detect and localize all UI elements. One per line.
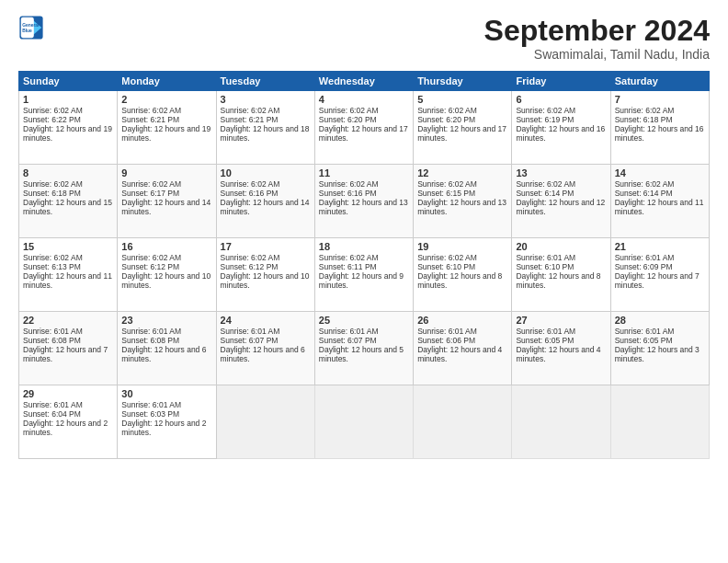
sunset-text: Sunset: 6:12 PM [121, 262, 179, 271]
sunset-text: Sunset: 6:14 PM [615, 189, 673, 198]
sunrise-text: Sunrise: 6:01 AM [516, 327, 575, 336]
calendar-row: 1Sunrise: 6:02 AMSunset: 6:22 PMDaylight… [19, 91, 710, 165]
table-row: 26Sunrise: 6:01 AMSunset: 6:06 PMDayligh… [414, 312, 512, 385]
sunrise-text: Sunrise: 6:02 AM [516, 179, 575, 189]
sunrise-text: Sunrise: 6:02 AM [417, 106, 477, 115]
daylight-text: Daylight: 12 hours and 14 minutes. [221, 198, 310, 216]
daylight-text: Daylight: 12 hours and 17 minutes. [417, 124, 506, 143]
table-row: 3Sunrise: 6:02 AMSunset: 6:21 PMDaylight… [216, 91, 314, 165]
sunrise-text: Sunrise: 6:01 AM [516, 253, 575, 262]
day-number: 20 [516, 241, 606, 252]
sunset-text: Sunset: 6:13 PM [23, 262, 81, 271]
sunset-text: Sunset: 6:06 PM [417, 336, 475, 345]
table-row: 23Sunrise: 6:01 AMSunset: 6:08 PMDayligh… [118, 312, 216, 385]
table-row: 28Sunrise: 6:01 AMSunset: 6:05 PMDayligh… [610, 312, 709, 385]
daylight-text: Daylight: 12 hours and 11 minutes. [23, 271, 112, 290]
logo-icon: General Blue [18, 15, 44, 40]
sunrise-text: Sunrise: 6:01 AM [615, 327, 675, 336]
sunrise-text: Sunrise: 6:01 AM [319, 327, 379, 336]
table-row: 27Sunrise: 6:01 AMSunset: 6:05 PMDayligh… [512, 312, 610, 385]
day-number: 1 [23, 94, 113, 105]
col-monday: Monday [118, 72, 216, 91]
day-number: 11 [319, 167, 409, 178]
day-number: 9 [121, 167, 211, 178]
sunrise-text: Sunrise: 6:02 AM [23, 253, 83, 262]
day-number: 26 [417, 315, 507, 326]
daylight-text: Daylight: 12 hours and 5 minutes. [319, 345, 404, 363]
daylight-text: Daylight: 12 hours and 8 minutes. [516, 271, 600, 290]
daylight-text: Daylight: 12 hours and 7 minutes. [23, 345, 108, 363]
sunrise-text: Sunrise: 6:02 AM [319, 179, 379, 189]
day-number: 28 [615, 315, 705, 326]
table-row: 24Sunrise: 6:01 AMSunset: 6:07 PMDayligh… [216, 312, 314, 385]
table-row: 18Sunrise: 6:02 AMSunset: 6:11 PMDayligh… [314, 238, 413, 312]
table-row: 13Sunrise: 6:02 AMSunset: 6:14 PMDayligh… [512, 165, 610, 238]
svg-text:General: General [22, 23, 40, 28]
day-number: 3 [221, 94, 311, 105]
day-number: 15 [23, 241, 113, 252]
sunrise-text: Sunrise: 6:02 AM [221, 179, 280, 189]
calendar-row: 22Sunrise: 6:01 AMSunset: 6:08 PMDayligh… [19, 312, 710, 385]
sunset-text: Sunset: 6:15 PM [417, 189, 475, 198]
sunset-text: Sunset: 6:12 PM [221, 262, 279, 271]
table-row: 17Sunrise: 6:02 AMSunset: 6:12 PMDayligh… [216, 238, 314, 312]
sunrise-text: Sunrise: 6:01 AM [417, 327, 477, 336]
day-number: 14 [615, 167, 705, 178]
sunset-text: Sunset: 6:20 PM [417, 115, 475, 124]
table-row [610, 385, 709, 459]
table-row [314, 385, 413, 459]
sunrise-text: Sunrise: 6:02 AM [221, 253, 280, 262]
sunset-text: Sunset: 6:05 PM [516, 336, 574, 345]
daylight-text: Daylight: 12 hours and 2 minutes. [23, 419, 108, 437]
daylight-text: Daylight: 12 hours and 6 minutes. [121, 345, 206, 363]
sunset-text: Sunset: 6:18 PM [615, 115, 673, 124]
table-row: 12Sunrise: 6:02 AMSunset: 6:15 PMDayligh… [414, 165, 512, 238]
table-row: 5Sunrise: 6:02 AMSunset: 6:20 PMDaylight… [414, 91, 512, 165]
table-row: 6Sunrise: 6:02 AMSunset: 6:19 PMDaylight… [512, 91, 610, 165]
header: General Blue September 2024 Swamimalai, … [18, 15, 710, 62]
day-number: 25 [319, 315, 409, 326]
sunrise-text: Sunrise: 6:01 AM [615, 253, 675, 262]
sunrise-text: Sunrise: 6:02 AM [319, 253, 379, 262]
sunrise-text: Sunrise: 6:02 AM [121, 253, 181, 262]
table-row: 15Sunrise: 6:02 AMSunset: 6:13 PMDayligh… [19, 238, 118, 312]
day-number: 5 [417, 94, 507, 105]
sunset-text: Sunset: 6:10 PM [417, 262, 475, 271]
sunrise-text: Sunrise: 6:02 AM [23, 179, 83, 189]
sunset-text: Sunset: 6:05 PM [615, 336, 673, 345]
sunset-text: Sunset: 6:22 PM [23, 115, 81, 124]
col-saturday: Saturday [610, 72, 709, 91]
table-row [512, 385, 610, 459]
table-row: 11Sunrise: 6:02 AMSunset: 6:16 PMDayligh… [314, 165, 413, 238]
sunrise-text: Sunrise: 6:02 AM [417, 179, 477, 189]
day-number: 19 [417, 241, 507, 252]
table-row: 29Sunrise: 6:01 AMSunset: 6:04 PMDayligh… [19, 385, 118, 459]
table-row: 16Sunrise: 6:02 AMSunset: 6:12 PMDayligh… [118, 238, 216, 312]
day-number: 23 [121, 315, 211, 326]
day-number: 6 [516, 94, 606, 105]
daylight-text: Daylight: 12 hours and 10 minutes. [121, 271, 210, 290]
day-number: 7 [615, 94, 705, 105]
sunset-text: Sunset: 6:07 PM [319, 336, 377, 345]
daylight-text: Daylight: 12 hours and 7 minutes. [615, 271, 700, 290]
day-number: 17 [221, 241, 311, 252]
table-row: 25Sunrise: 6:01 AMSunset: 6:07 PMDayligh… [314, 312, 413, 385]
sunrise-text: Sunrise: 6:02 AM [319, 106, 379, 115]
daylight-text: Daylight: 12 hours and 10 minutes. [221, 271, 310, 290]
table-row: 7Sunrise: 6:02 AMSunset: 6:18 PMDaylight… [610, 91, 709, 165]
sunrise-text: Sunrise: 6:02 AM [417, 253, 477, 262]
calendar-row: 15Sunrise: 6:02 AMSunset: 6:13 PMDayligh… [19, 238, 710, 312]
table-row [414, 385, 512, 459]
daylight-text: Daylight: 12 hours and 4 minutes. [417, 345, 502, 363]
sunrise-text: Sunrise: 6:02 AM [516, 106, 575, 115]
sunset-text: Sunset: 6:17 PM [121, 189, 179, 198]
daylight-text: Daylight: 12 hours and 6 minutes. [221, 345, 305, 363]
table-row: 10Sunrise: 6:02 AMSunset: 6:16 PMDayligh… [216, 165, 314, 238]
sunrise-text: Sunrise: 6:01 AM [23, 400, 83, 409]
sunrise-text: Sunrise: 6:01 AM [221, 327, 280, 336]
daylight-text: Daylight: 12 hours and 13 minutes. [417, 198, 506, 216]
day-number: 2 [121, 94, 211, 105]
sunset-text: Sunset: 6:14 PM [516, 189, 574, 198]
table-row: 14Sunrise: 6:02 AMSunset: 6:14 PMDayligh… [610, 165, 709, 238]
day-number: 27 [516, 315, 606, 326]
